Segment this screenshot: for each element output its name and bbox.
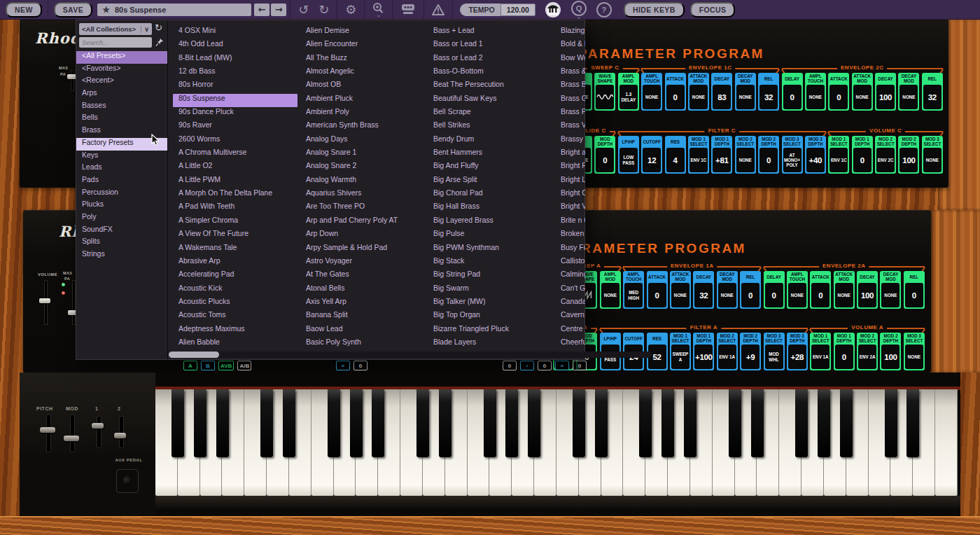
preset-item[interactable]: A Simpler Chroma	[173, 216, 298, 229]
preset-item[interactable]: Big Choral Pad	[428, 188, 552, 202]
preset-item[interactable]: Bass or Lead 1	[428, 39, 552, 53]
param-cell[interactable]: MOD 3 DEPTH+28	[787, 333, 808, 370]
black-key[interactable]	[172, 389, 184, 457]
param-cell[interactable]: MOD 3 SELECTMOD WHL	[764, 333, 785, 370]
tempo-control[interactable]: TEMPO 120.00	[460, 4, 535, 16]
membrane-button[interactable]: 0	[538, 361, 552, 370]
keyboard-mapping-icon[interactable]	[545, 1, 561, 18]
param-cell[interactable]: ATTACK MODNONE	[852, 73, 873, 111]
black-key[interactable]	[350, 389, 363, 457]
param-cell[interactable]: MOD 1 SELECTENV 1C	[828, 136, 849, 174]
param-cell[interactable]: DECAY32	[693, 271, 714, 309]
membrane-button[interactable]: 0	[503, 361, 517, 370]
preset-item[interactable]: All The Buzz	[300, 53, 425, 67]
preset-item[interactable]: A Little PWM	[173, 175, 298, 188]
param-cell[interactable]: MOD 1 SELECTENV 1A	[810, 333, 831, 370]
param-cell[interactable]: ATTACK MODNONE	[670, 271, 691, 309]
preset-item[interactable]: Analog Snare 2	[300, 161, 425, 174]
preset-item[interactable]: A View Of The Future	[173, 229, 298, 242]
black-key[interactable]	[795, 389, 808, 457]
preset-item[interactable]: Bell Strikes	[428, 120, 552, 134]
preset-item[interactable]: Aquarius Shivers	[300, 188, 425, 202]
param-cell[interactable]: MOD 2 SELECTENV 2A	[857, 333, 878, 370]
scrollbar-thumb[interactable]	[169, 352, 219, 358]
preset-item[interactable]: Bass + Lead	[428, 26, 552, 39]
preset-item[interactable]: 80s Suspense	[173, 94, 298, 107]
param-cell[interactable]: REL32	[922, 73, 943, 111]
param-cell[interactable]: DELAY0	[764, 271, 785, 309]
param-cell[interactable]: MOD 2 DEPTH100	[880, 333, 901, 370]
preset-item[interactable]: Brassy H	[555, 134, 585, 148]
black-key[interactable]	[216, 389, 229, 457]
aux-pedal-button[interactable]	[116, 469, 139, 493]
preset-item[interactable]: 12 db Bass	[173, 67, 298, 80]
preset-item[interactable]: Bright an	[555, 148, 585, 161]
preset-item[interactable]: 4th Odd Lead	[173, 39, 298, 53]
preset-item[interactable]: Calming	[555, 270, 585, 283]
param-cell[interactable]: MOD 1 DEPTH+100	[693, 333, 714, 370]
param-cell[interactable]: MOD 3 SELECTNONE	[922, 136, 943, 174]
membrane-button[interactable]: 0	[573, 361, 587, 370]
preset-item[interactable]: Abrasive Arp	[173, 256, 298, 270]
param-cell[interactable]: MOD 1 DEPTH+81	[711, 136, 732, 174]
preset-item[interactable]: A Chroma Multiverse	[173, 148, 298, 161]
preset-item[interactable]: Big Arse Split	[428, 175, 552, 188]
undo-icon[interactable]: ↺	[298, 4, 309, 16]
black-key[interactable]	[328, 389, 340, 457]
param-cell[interactable]: MOD DEPTH0	[594, 136, 615, 174]
category-item[interactable]: Pads	[76, 175, 167, 188]
black-key[interactable]	[372, 389, 384, 457]
param-cell[interactable]: DECAY100	[857, 271, 878, 309]
preset-item[interactable]: Brass Gl	[555, 94, 585, 107]
preset-item[interactable]: Bass or Lead 2	[428, 53, 552, 67]
preset-item[interactable]: Bent Hammers	[428, 148, 552, 161]
black-key[interactable]	[662, 389, 674, 457]
black-key[interactable]	[639, 389, 652, 457]
category-item[interactable]: Keys	[76, 151, 167, 163]
param-cell[interactable]: REL0	[904, 271, 925, 309]
preset-item[interactable]: Big Swarm	[428, 284, 552, 297]
param-cell[interactable]: DECAY83	[711, 73, 732, 111]
param-cell[interactable]: AMPL TOUCHNONE	[641, 73, 662, 111]
preset-item[interactable]: Big String Pad	[428, 270, 552, 283]
param-cell[interactable]: ATTACK0	[647, 271, 668, 309]
preset-item[interactable]: Alien Babble	[173, 338, 298, 351]
quantize-button[interactable]: Q ⌄	[571, 1, 587, 18]
volume-slider[interactable]	[39, 298, 50, 303]
param-cell[interactable]: ATTACK0	[665, 73, 686, 111]
category-item[interactable]: SoundFX	[76, 225, 167, 237]
preset-item[interactable]: Bow Wo	[555, 53, 585, 67]
preset-item[interactable]: 90s Dance Pluck	[173, 107, 298, 120]
preset-item[interactable]: Analog Warmth	[300, 175, 425, 188]
preset-item[interactable]: Bright Or	[555, 188, 585, 202]
preset-item[interactable]: A Little O2	[173, 161, 298, 174]
preset-item[interactable]: American Synth Brass	[300, 120, 425, 134]
black-key[interactable]	[528, 389, 540, 457]
preset-item[interactable]: Acoustic Kick	[173, 284, 298, 297]
preset-item[interactable]: Ambient Poly	[300, 107, 425, 120]
preset-item[interactable]: Alien Encounter	[300, 39, 425, 53]
param-cell[interactable]: MOD 2 DEPTH100	[898, 136, 919, 174]
preset-item[interactable]: Big Layered Brass	[428, 216, 552, 229]
new-button[interactable]: NEW	[6, 2, 42, 18]
black-key[interactable]	[505, 389, 518, 457]
refresh-icon[interactable]: ↻	[155, 22, 162, 33]
preset-item[interactable]: Brass Pr	[555, 107, 585, 120]
preset-item[interactable]: Bright Ve	[555, 202, 585, 215]
param-cell[interactable]: ATTACK MODNONE	[688, 73, 709, 111]
param-cell[interactable]: CUTOFF12	[641, 136, 662, 174]
preset-item[interactable]: Bright Fu	[555, 161, 585, 174]
category-item[interactable]: Leads	[76, 162, 167, 175]
category-item[interactable]: Splits	[76, 237, 167, 249]
param-cell[interactable]: AMPL MOD1.3 DELAY	[618, 73, 639, 111]
preset-item[interactable]: A Morph On The Delta Plane	[173, 188, 298, 202]
black-key[interactable]	[729, 389, 741, 457]
preset-item[interactable]: 4 OSX Mini	[173, 26, 298, 39]
membrane-button[interactable]: «	[555, 361, 569, 370]
help-button[interactable]: ?	[596, 2, 612, 18]
preset-item[interactable]: Blazing S	[555, 26, 585, 39]
preset-item[interactable]: Big And Fluffy	[428, 161, 552, 174]
black-key[interactable]	[260, 389, 273, 457]
preset-item[interactable]: Acoustic Toms	[173, 310, 298, 324]
param-cell[interactable]: MOD 1 SELECTENV 1C	[688, 136, 709, 174]
